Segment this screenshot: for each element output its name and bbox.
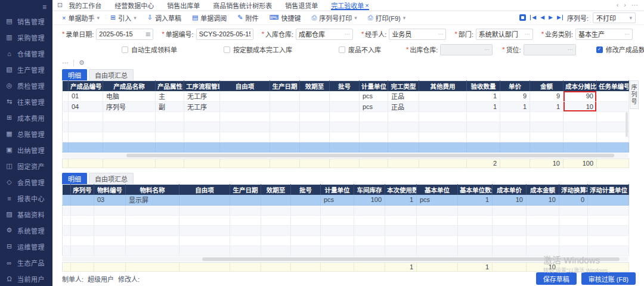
table-cell[interactable] <box>69 142 103 152</box>
table-cell[interactable] <box>261 215 291 225</box>
table-cell[interactable]: 正品 <box>388 101 419 111</box>
horizontal-scrollbar[interactable] <box>62 257 628 262</box>
tab-scroll-right-icon[interactable]: › <box>624 1 626 9</box>
table-cell[interactable]: 1 <box>458 195 493 205</box>
table-cell[interactable]: 01 <box>69 91 103 101</box>
locate-icon[interactable] <box>519 14 526 21</box>
sidebar-item[interactable]: ▨ 基础资料 <box>0 206 52 222</box>
tab[interactable]: 完工验收单 × <box>331 0 369 10</box>
table-cell[interactable] <box>564 122 597 132</box>
table-cell[interactable] <box>103 111 156 122</box>
column-header[interactable]: 自由项 <box>220 80 270 91</box>
checkbox[interactable]: 按定额成本完工入库 <box>224 45 292 54</box>
column-header[interactable]: 本次使用数量 <box>385 184 417 195</box>
table-cell[interactable] <box>94 235 126 245</box>
table-cell[interactable] <box>330 111 360 122</box>
table-cell[interactable] <box>156 111 184 122</box>
table-cell[interactable] <box>330 122 360 132</box>
sidebar-item[interactable]: ∞ 生态产品 <box>0 254 52 271</box>
table-cell[interactable] <box>179 195 230 205</box>
table-cell[interactable] <box>291 235 321 245</box>
table-cell[interactable] <box>458 225 493 235</box>
table-cell[interactable] <box>69 111 103 122</box>
table-cell[interactable] <box>385 225 417 235</box>
table-cell[interactable]: 1 <box>385 195 417 205</box>
table-cell[interactable] <box>126 245 179 256</box>
column-header[interactable]: 自由项 <box>179 184 230 195</box>
table-cell[interactable]: pcs <box>360 101 388 111</box>
sidebar-item[interactable]: ⊞ 成本费用 <box>0 110 52 126</box>
table-cell[interactable] <box>360 132 388 142</box>
sidebar-item[interactable]: ▤ 销售管理 <box>0 13 52 29</box>
table-cell[interactable]: 无工序 <box>184 91 220 101</box>
table-cell[interactable] <box>321 235 354 245</box>
table-cell[interactable] <box>291 245 321 256</box>
column-header[interactable] <box>63 80 69 91</box>
table-cell[interactable] <box>230 205 261 215</box>
table-cell[interactable] <box>71 195 94 205</box>
field-suffix-icon[interactable]: ⋯ <box>484 46 490 52</box>
tab-scroll-left-icon[interactable]: ‹ <box>617 1 619 9</box>
table-cell[interactable] <box>179 225 230 235</box>
table-cell[interactable] <box>458 205 493 215</box>
table-cell[interactable] <box>63 101 69 111</box>
table-cell[interactable] <box>360 111 388 122</box>
table-cell[interactable] <box>588 195 629 205</box>
field-suffix-icon[interactable]: ⋯ <box>624 31 630 37</box>
table-cell[interactable] <box>270 101 300 111</box>
table-cell[interactable] <box>597 142 629 152</box>
table-cell[interactable] <box>321 225 354 235</box>
table-cell[interactable] <box>156 132 184 142</box>
save-draft-button[interactable]: 保存草稿 <box>536 272 577 285</box>
sidebar-item[interactable]: Ω 当前用户 <box>0 271 52 286</box>
table-cell[interactable] <box>467 142 500 152</box>
table-row[interactable] <box>63 245 629 256</box>
tab-more-icon[interactable]: ⋯ <box>631 1 638 9</box>
grid-tab[interactable]: 自由项汇总 <box>89 69 134 80</box>
field-input[interactable]: ⋯ <box>440 44 493 55</box>
grid-tab[interactable]: 明细 <box>62 173 87 184</box>
toolbar-button[interactable]: × 单据助手 ▾ <box>62 13 100 23</box>
table-cell[interactable] <box>419 101 467 111</box>
table-cell[interactable]: 9 <box>500 91 530 101</box>
table-cell[interactable] <box>261 245 291 256</box>
table-cell[interactable] <box>291 195 321 205</box>
prev-record-icon[interactable]: ◀ <box>540 15 544 20</box>
table-cell[interactable] <box>417 235 458 245</box>
column-header[interactable]: 效期至 <box>261 184 291 195</box>
table-cell[interactable] <box>63 111 69 122</box>
table-cell[interactable] <box>103 132 156 142</box>
table-cell[interactable] <box>493 205 527 215</box>
table-cell[interactable] <box>493 245 527 256</box>
table-cell[interactable] <box>419 132 467 142</box>
table-cell[interactable] <box>330 101 360 111</box>
table-cell[interactable] <box>270 111 300 122</box>
toolbar-button[interactable]: ▤ 单据调阅 <box>192 13 227 23</box>
table-cell[interactable]: 04 <box>69 101 103 111</box>
tab[interactable]: 经营数据中心 <box>114 0 154 10</box>
table-cell[interactable]: 100 <box>354 195 385 205</box>
table-row[interactable] <box>63 111 629 122</box>
table-cell[interactable] <box>417 205 458 215</box>
table-cell[interactable]: 主 <box>156 91 184 101</box>
table-cell[interactable]: 正品 <box>388 91 419 101</box>
table-cell[interactable] <box>530 122 564 132</box>
table-cell[interactable] <box>63 215 71 225</box>
column-header[interactable]: 成本金额 <box>527 184 559 195</box>
column-header[interactable]: 单价 <box>500 80 530 91</box>
table-cell[interactable]: 03 <box>94 195 126 205</box>
table-cell[interactable] <box>71 225 94 235</box>
table-cell[interactable] <box>300 132 330 142</box>
table-cell[interactable] <box>270 142 300 152</box>
table-cell[interactable] <box>527 245 559 256</box>
table-cell[interactable] <box>184 111 220 122</box>
column-header[interactable]: 基本单位 <box>417 184 458 195</box>
table-cell[interactable] <box>500 122 530 132</box>
table-cell[interactable] <box>360 122 388 132</box>
table-cell[interactable] <box>126 235 179 245</box>
field-suffix-icon[interactable]: ⋯ <box>438 31 443 37</box>
column-header[interactable]: 计量单位 <box>360 80 388 91</box>
table-cell[interactable] <box>597 111 629 122</box>
sidebar-item[interactable]: ▧ 生产管理 <box>0 61 52 77</box>
table-cell[interactable] <box>458 245 493 256</box>
